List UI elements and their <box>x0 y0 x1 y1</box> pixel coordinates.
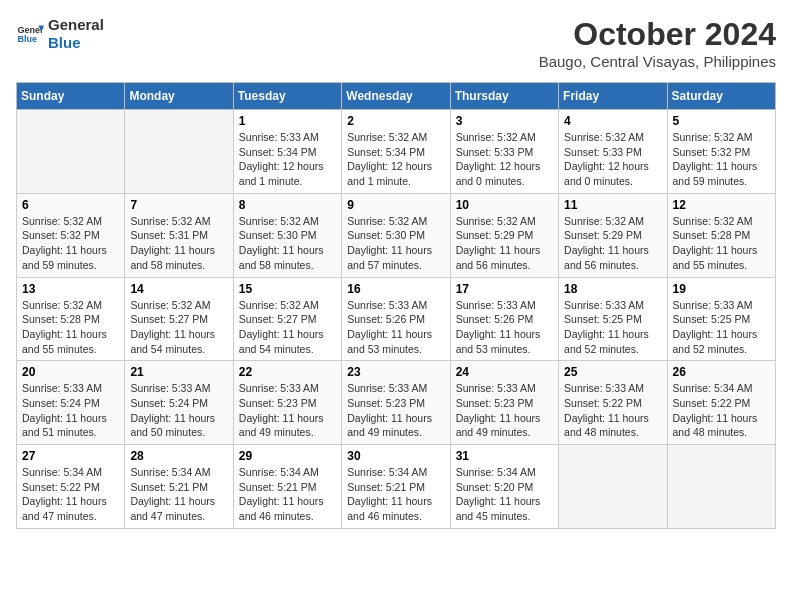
day-number: 9 <box>347 198 444 212</box>
day-number: 3 <box>456 114 553 128</box>
header-cell-saturday: Saturday <box>667 83 775 110</box>
day-cell: 27Sunrise: 5:34 AM Sunset: 5:22 PM Dayli… <box>17 445 125 529</box>
day-number: 30 <box>347 449 444 463</box>
day-number: 27 <box>22 449 119 463</box>
week-row-1: 1Sunrise: 5:33 AM Sunset: 5:34 PM Daylig… <box>17 110 776 194</box>
title-block: October 2024 Baugo, Central Visayas, Phi… <box>539 16 776 70</box>
day-info: Sunrise: 5:34 AM Sunset: 5:21 PM Dayligh… <box>347 465 444 524</box>
day-cell: 8Sunrise: 5:32 AM Sunset: 5:30 PM Daylig… <box>233 193 341 277</box>
day-cell: 23Sunrise: 5:33 AM Sunset: 5:23 PM Dayli… <box>342 361 450 445</box>
day-number: 7 <box>130 198 227 212</box>
day-cell: 15Sunrise: 5:32 AM Sunset: 5:27 PM Dayli… <box>233 277 341 361</box>
week-row-4: 20Sunrise: 5:33 AM Sunset: 5:24 PM Dayli… <box>17 361 776 445</box>
day-info: Sunrise: 5:34 AM Sunset: 5:20 PM Dayligh… <box>456 465 553 524</box>
day-number: 13 <box>22 282 119 296</box>
day-cell: 7Sunrise: 5:32 AM Sunset: 5:31 PM Daylig… <box>125 193 233 277</box>
day-cell: 29Sunrise: 5:34 AM Sunset: 5:21 PM Dayli… <box>233 445 341 529</box>
day-cell: 18Sunrise: 5:33 AM Sunset: 5:25 PM Dayli… <box>559 277 667 361</box>
day-info: Sunrise: 5:32 AM Sunset: 5:27 PM Dayligh… <box>130 298 227 357</box>
day-info: Sunrise: 5:34 AM Sunset: 5:22 PM Dayligh… <box>22 465 119 524</box>
day-number: 21 <box>130 365 227 379</box>
location: Baugo, Central Visayas, Philippines <box>539 53 776 70</box>
day-info: Sunrise: 5:33 AM Sunset: 5:25 PM Dayligh… <box>564 298 661 357</box>
day-cell: 3Sunrise: 5:32 AM Sunset: 5:33 PM Daylig… <box>450 110 558 194</box>
day-number: 25 <box>564 365 661 379</box>
week-row-5: 27Sunrise: 5:34 AM Sunset: 5:22 PM Dayli… <box>17 445 776 529</box>
day-info: Sunrise: 5:33 AM Sunset: 5:34 PM Dayligh… <box>239 130 336 189</box>
calendar-header: SundayMondayTuesdayWednesdayThursdayFrid… <box>17 83 776 110</box>
logo-text-blue: Blue <box>48 34 104 52</box>
day-info: Sunrise: 5:34 AM Sunset: 5:21 PM Dayligh… <box>239 465 336 524</box>
day-info: Sunrise: 5:32 AM Sunset: 5:29 PM Dayligh… <box>456 214 553 273</box>
day-number: 6 <box>22 198 119 212</box>
day-info: Sunrise: 5:32 AM Sunset: 5:28 PM Dayligh… <box>22 298 119 357</box>
day-info: Sunrise: 5:34 AM Sunset: 5:21 PM Dayligh… <box>130 465 227 524</box>
day-number: 24 <box>456 365 553 379</box>
day-number: 28 <box>130 449 227 463</box>
day-info: Sunrise: 5:32 AM Sunset: 5:32 PM Dayligh… <box>22 214 119 273</box>
day-cell: 22Sunrise: 5:33 AM Sunset: 5:23 PM Dayli… <box>233 361 341 445</box>
day-cell: 16Sunrise: 5:33 AM Sunset: 5:26 PM Dayli… <box>342 277 450 361</box>
day-info: Sunrise: 5:32 AM Sunset: 5:27 PM Dayligh… <box>239 298 336 357</box>
week-row-3: 13Sunrise: 5:32 AM Sunset: 5:28 PM Dayli… <box>17 277 776 361</box>
day-number: 5 <box>673 114 770 128</box>
day-info: Sunrise: 5:32 AM Sunset: 5:29 PM Dayligh… <box>564 214 661 273</box>
day-info: Sunrise: 5:33 AM Sunset: 5:26 PM Dayligh… <box>347 298 444 357</box>
header-cell-thursday: Thursday <box>450 83 558 110</box>
day-number: 10 <box>456 198 553 212</box>
day-number: 20 <box>22 365 119 379</box>
day-info: Sunrise: 5:32 AM Sunset: 5:32 PM Dayligh… <box>673 130 770 189</box>
day-info: Sunrise: 5:33 AM Sunset: 5:24 PM Dayligh… <box>130 381 227 440</box>
day-info: Sunrise: 5:33 AM Sunset: 5:25 PM Dayligh… <box>673 298 770 357</box>
header-cell-friday: Friday <box>559 83 667 110</box>
day-cell: 6Sunrise: 5:32 AM Sunset: 5:32 PM Daylig… <box>17 193 125 277</box>
day-number: 17 <box>456 282 553 296</box>
logo-text-general: General <box>48 16 104 34</box>
day-number: 29 <box>239 449 336 463</box>
day-cell: 20Sunrise: 5:33 AM Sunset: 5:24 PM Dayli… <box>17 361 125 445</box>
week-row-2: 6Sunrise: 5:32 AM Sunset: 5:32 PM Daylig… <box>17 193 776 277</box>
calendar-body: 1Sunrise: 5:33 AM Sunset: 5:34 PM Daylig… <box>17 110 776 529</box>
day-cell: 28Sunrise: 5:34 AM Sunset: 5:21 PM Dayli… <box>125 445 233 529</box>
day-number: 8 <box>239 198 336 212</box>
day-cell: 12Sunrise: 5:32 AM Sunset: 5:28 PM Dayli… <box>667 193 775 277</box>
day-number: 22 <box>239 365 336 379</box>
day-info: Sunrise: 5:33 AM Sunset: 5:23 PM Dayligh… <box>347 381 444 440</box>
day-info: Sunrise: 5:33 AM Sunset: 5:26 PM Dayligh… <box>456 298 553 357</box>
day-number: 15 <box>239 282 336 296</box>
day-cell: 31Sunrise: 5:34 AM Sunset: 5:20 PM Dayli… <box>450 445 558 529</box>
day-cell: 24Sunrise: 5:33 AM Sunset: 5:23 PM Dayli… <box>450 361 558 445</box>
logo-icon: General Blue <box>16 20 44 48</box>
day-cell: 21Sunrise: 5:33 AM Sunset: 5:24 PM Dayli… <box>125 361 233 445</box>
day-cell: 10Sunrise: 5:32 AM Sunset: 5:29 PM Dayli… <box>450 193 558 277</box>
day-number: 11 <box>564 198 661 212</box>
day-number: 19 <box>673 282 770 296</box>
day-info: Sunrise: 5:32 AM Sunset: 5:33 PM Dayligh… <box>564 130 661 189</box>
day-number: 14 <box>130 282 227 296</box>
day-number: 1 <box>239 114 336 128</box>
day-cell: 13Sunrise: 5:32 AM Sunset: 5:28 PM Dayli… <box>17 277 125 361</box>
day-cell: 19Sunrise: 5:33 AM Sunset: 5:25 PM Dayli… <box>667 277 775 361</box>
day-info: Sunrise: 5:33 AM Sunset: 5:24 PM Dayligh… <box>22 381 119 440</box>
day-number: 23 <box>347 365 444 379</box>
day-info: Sunrise: 5:32 AM Sunset: 5:30 PM Dayligh… <box>347 214 444 273</box>
day-cell <box>667 445 775 529</box>
day-cell: 2Sunrise: 5:32 AM Sunset: 5:34 PM Daylig… <box>342 110 450 194</box>
day-number: 12 <box>673 198 770 212</box>
day-cell: 11Sunrise: 5:32 AM Sunset: 5:29 PM Dayli… <box>559 193 667 277</box>
day-info: Sunrise: 5:34 AM Sunset: 5:22 PM Dayligh… <box>673 381 770 440</box>
day-info: Sunrise: 5:33 AM Sunset: 5:22 PM Dayligh… <box>564 381 661 440</box>
header-cell-tuesday: Tuesday <box>233 83 341 110</box>
day-cell: 17Sunrise: 5:33 AM Sunset: 5:26 PM Dayli… <box>450 277 558 361</box>
day-cell <box>559 445 667 529</box>
svg-text:Blue: Blue <box>17 34 37 44</box>
day-cell: 9Sunrise: 5:32 AM Sunset: 5:30 PM Daylig… <box>342 193 450 277</box>
day-number: 4 <box>564 114 661 128</box>
day-info: Sunrise: 5:32 AM Sunset: 5:33 PM Dayligh… <box>456 130 553 189</box>
page-header: General Blue General Blue October 2024 B… <box>16 16 776 70</box>
day-number: 26 <box>673 365 770 379</box>
day-number: 31 <box>456 449 553 463</box>
day-info: Sunrise: 5:32 AM Sunset: 5:34 PM Dayligh… <box>347 130 444 189</box>
day-cell: 5Sunrise: 5:32 AM Sunset: 5:32 PM Daylig… <box>667 110 775 194</box>
day-cell: 26Sunrise: 5:34 AM Sunset: 5:22 PM Dayli… <box>667 361 775 445</box>
